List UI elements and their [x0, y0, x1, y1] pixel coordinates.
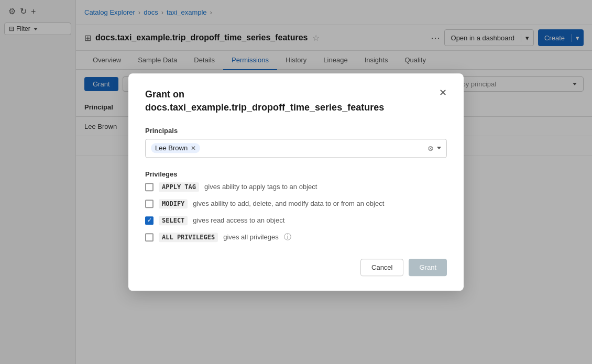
principals-label: Principals	[145, 127, 447, 135]
modal-grant-button[interactable]: Grant	[409, 259, 447, 276]
cancel-button[interactable]: Cancel	[360, 259, 403, 276]
principals-input[interactable]: Lee Brown ✕ ⊗	[145, 139, 447, 158]
principals-input-controls: ⊗	[427, 144, 441, 152]
select-name: SELECT	[159, 216, 188, 225]
all-privileges-info-icon[interactable]: ⓘ	[284, 233, 291, 242]
privilege-row-select: SELECT gives read access to an object	[145, 216, 447, 225]
modal-title: Grant on docs.taxi_example.trip_dropoff_…	[145, 88, 384, 114]
select-desc: gives read access to an object	[193, 217, 284, 225]
modify-desc: gives ability to add, delete, and modify…	[193, 200, 384, 208]
principals-clear-icon[interactable]: ⊗	[427, 144, 434, 152]
principal-tag-remove-icon[interactable]: ✕	[191, 145, 196, 152]
principals-dropdown-icon[interactable]	[437, 147, 441, 150]
all-privileges-checkbox[interactable]	[145, 233, 154, 241]
principal-tag-name: Lee Brown	[155, 145, 188, 152]
apply-tag-name: APPLY TAG	[159, 182, 199, 192]
modal-footer: Cancel Grant	[145, 259, 447, 276]
modal-header: Grant on docs.taxi_example.trip_dropoff_…	[145, 88, 447, 114]
modal-close-button[interactable]: ✕	[439, 88, 447, 97]
select-checkbox[interactable]	[145, 216, 154, 225]
apply-tag-checkbox[interactable]	[145, 183, 154, 191]
modify-name: MODIFY	[159, 199, 188, 208]
all-privileges-desc: gives all privileges	[223, 234, 279, 241]
privilege-row-apply-tag: APPLY TAG gives ability to apply tags to…	[145, 182, 447, 192]
privilege-list: APPLY TAG gives ability to apply tags to…	[145, 182, 447, 242]
privilege-row-all-privileges: ALL PRIVILEGES gives all privileges ⓘ	[145, 233, 447, 242]
all-privileges-name: ALL PRIVILEGES	[159, 233, 218, 242]
modify-checkbox[interactable]	[145, 200, 154, 208]
apply-tag-desc: gives ability to apply tags to an object	[204, 183, 317, 191]
privilege-row-modify: MODIFY gives ability to add, delete, and…	[145, 199, 447, 208]
grant-modal: Grant on docs.taxi_example.trip_dropoff_…	[128, 73, 464, 291]
privileges-label: Privileges	[145, 170, 447, 178]
principal-tag-lee-brown: Lee Brown ✕	[151, 144, 200, 153]
